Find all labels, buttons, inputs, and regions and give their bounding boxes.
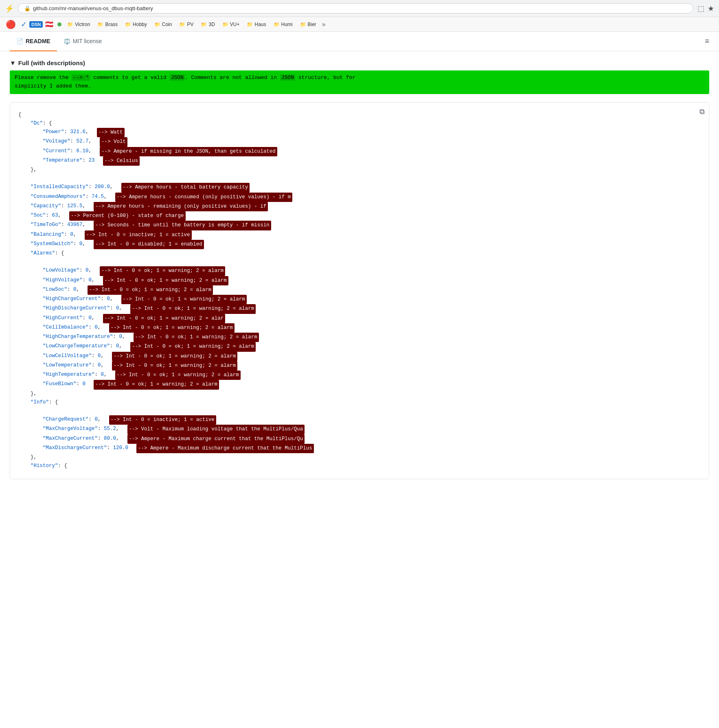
tab-bar: 📄 README ⚖️ MIT license ≡ <box>0 32 719 51</box>
bookmark-label: Haus <box>254 22 266 27</box>
code-text: "History": { <box>18 462 67 470</box>
code-line: "ConsumedAmphours": 74.5, --> Ampere hou… <box>18 193 701 202</box>
bookmark-brass[interactable]: 📁 Brass <box>94 20 121 29</box>
comment-voltage: --> Volt <box>100 137 127 147</box>
bookmark-hobby[interactable]: 📁 Hobby <box>122 20 150 29</box>
folder-icon: 📁 <box>247 22 253 27</box>
code-line: "HighTemperature": 0, --> Int - 0 = ok; … <box>18 371 701 380</box>
url-text: github.com/mr-manuel/venus-os_dbus-mqtt-… <box>33 5 153 11</box>
bookmarks-bar: 🔴 ✓ DSN 🇦🇹 📁 Victron 📁 Brass 📁 Hobby 📁 C… <box>0 17 719 32</box>
code-line: "Balancing": 0, --> Int - 0 = inactive; … <box>18 230 701 240</box>
comment-highcurrent: --> Int - 0 = ok; 1 = warning; 2 = alar <box>103 314 226 323</box>
green-dot <box>57 22 61 26</box>
comment-maxchargevoltage: --> Volt - Maximum loading voltage that … <box>127 425 305 434</box>
comment-installedcapacity: --> Ampere hours - total battery capacit… <box>121 183 250 192</box>
bookmark-star-icon[interactable]: ★ <box>708 4 714 13</box>
bookmark-bier[interactable]: 📁 Bier <box>297 20 320 29</box>
code-line: }, <box>18 166 701 174</box>
alert-text-2: comments to get a valid <box>90 75 169 81</box>
main-content: ▼ Full (with descriptions) Please remove… <box>0 51 719 487</box>
code-text: "Info": { <box>18 398 58 407</box>
code-line: "Current": 6.10, --> Ampere - if missing… <box>18 147 701 156</box>
folder-icon: 📁 <box>222 22 228 27</box>
code-line: "Voltage": 52.7, --> Volt <box>18 137 701 147</box>
logo-red[interactable]: 🔴 <box>3 19 18 30</box>
code-text: "LowCellVoltage": 0, <box>18 352 104 360</box>
bookmark-haus[interactable]: 📁 Haus <box>243 20 269 29</box>
code-text: }, <box>18 166 37 174</box>
cast-icon[interactable]: ⬚ <box>697 4 704 13</box>
code-text: "LowSoc": 0, <box>18 285 79 294</box>
comment-current: --> Ampere - if missing in the JSON, tha… <box>100 147 277 156</box>
code-line: "Power": 321.6, --> Watt <box>18 128 701 137</box>
code-text: "FuseBlown": 0 <box>18 380 85 388</box>
code-line: "MaxDischargeCurrent": 120.0 --> Ampere … <box>18 444 701 453</box>
code-line: "Info": { <box>18 398 701 407</box>
page-content: 📄 README ⚖️ MIT license ≡ ▼ Full (with d… <box>0 32 719 724</box>
folder-icon: 📁 <box>125 22 131 27</box>
comment-lowtemperature: --> Int - 0 = ok; 1 = warning; 2 = alarm <box>112 361 237 371</box>
tab-readme-label: README <box>26 38 50 44</box>
code-text: "Voltage": 52.7, <box>18 137 92 146</box>
comment-soc: --> Percent (0-100) - state of charge <box>69 211 186 221</box>
code-text: "ChargeRequest": 0, <box>18 415 101 424</box>
code-line <box>18 174 701 183</box>
bookmark-coin[interactable]: 📁 Coin <box>151 20 175 29</box>
tab-readme[interactable]: 📄 README <box>10 32 57 51</box>
code-text: "ConsumedAmphours": 74.5, <box>18 193 107 201</box>
comment-balancing: --> Int - 0 = inactive; 1 = active <box>85 230 192 240</box>
code-line: }, <box>18 390 701 398</box>
folder-icon: 📁 <box>67 22 73 27</box>
bookmark-pv[interactable]: 📁 PV <box>176 20 197 29</box>
code-text: }, <box>18 453 37 462</box>
code-text: "Balancing": 0, <box>18 230 77 239</box>
code-line: "LowChargeTemperature": 0, --> Int - 0 =… <box>18 342 701 351</box>
copy-icon[interactable]: ⧉ <box>699 106 705 118</box>
more-bookmarks-icon[interactable]: » <box>322 21 326 28</box>
flag-icon[interactable]: 🇦🇹 <box>44 20 55 29</box>
bookmark-victron[interactable]: 📁 Victron <box>64 20 93 29</box>
comment-cellimbalance: --> Int - 0 = ok; 1 = warning; 2 = alarm <box>109 323 235 333</box>
alert-code-3: JSON <box>280 75 295 81</box>
alert-code-2: JSON <box>170 75 185 81</box>
code-text: "HighDischargeCurrent": 0, <box>18 304 122 313</box>
code-line: "LowTemperature": 0, --> Int - 0 = ok; 1… <box>18 361 701 371</box>
url-bar[interactable]: 🔒 github.com/mr-manuel/venus-os_dbus-mqt… <box>18 3 693 13</box>
bookmark-label: Bier <box>308 22 316 27</box>
browser-bar: ⚡ 🔒 github.com/mr-manuel/venus-os_dbus-m… <box>0 0 719 17</box>
code-text: }, <box>18 390 37 398</box>
bookmark-humi[interactable]: 📁 Humi <box>270 20 296 29</box>
code-text: "InstalledCapacity": 200.0, <box>18 183 113 191</box>
bookmark-3d[interactable]: 📁 3D <box>197 20 218 29</box>
dsn-tag[interactable]: DSN <box>29 21 43 28</box>
tab-mit[interactable]: ⚖️ MIT license <box>57 32 108 51</box>
folder-icon: 📁 <box>179 22 185 27</box>
code-text: "Current": 6.10, <box>18 147 92 156</box>
folder-icon: 📁 <box>154 22 160 27</box>
code-line: "HighDischargeCurrent": 0, --> Int - 0 =… <box>18 304 701 314</box>
bookmark-label: 3D <box>208 22 215 27</box>
code-text: "HighCurrent": 0, <box>18 314 95 322</box>
code-line: "InstalledCapacity": 200.0, --> Ampere h… <box>18 183 701 192</box>
code-line: "HighChargeCurrent": 0, --> Int - 0 = ok… <box>18 295 701 304</box>
section-title: ▼ Full (with descriptions) <box>10 59 709 66</box>
tab-mit-label: MIT license <box>73 38 102 44</box>
bookmark-vu-plus[interactable]: 📁 VU+ <box>219 20 243 29</box>
checkmark-icon[interactable]: ✓ <box>19 19 28 30</box>
folder-icon: 📁 <box>97 22 103 27</box>
lock-icon: 🔒 <box>24 5 31 11</box>
alert-box: Please remove the --> * comments to get … <box>10 70 709 94</box>
folder-icon: 📁 <box>300 22 306 27</box>
comment-highchargecurrent: --> Int - 0 = ok; 1 = warning; 2 = alarm <box>121 295 247 304</box>
code-text: "TimeToGo": 43967, <box>18 221 85 229</box>
code-line: "ChargeRequest": 0, --> Int - 0 = inacti… <box>18 415 701 425</box>
code-text: "LowChargeTemperature": 0, <box>18 342 122 351</box>
comment-lowcellvoltage: --> Int - 0 = ok; 1 = warning; 2 = alarm <box>112 352 237 361</box>
comment-fuseblown: --> Int - 0 = ok; 1 = warning; 2 = alarm <box>94 380 219 389</box>
comment-highchargetemperature: --> Int - 0 = ok; 1 = warning; 2 = alarm <box>134 333 259 342</box>
tab-menu-icon[interactable]: ≡ <box>705 37 709 46</box>
bookmark-label: PV <box>187 22 193 27</box>
comment-highvoltage: --> Int - 0 = ok; 1 = warning; 2 = alarm <box>103 276 228 285</box>
code-line: "FuseBlown": 0 --> Int - 0 = ok; 1 = war… <box>18 380 701 389</box>
bookmark-label: Brass <box>105 22 118 27</box>
